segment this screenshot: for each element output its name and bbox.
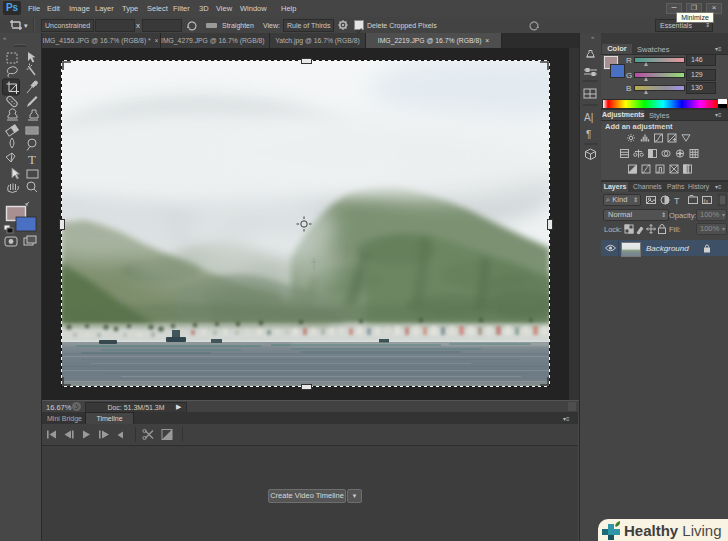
svg-text:A|: A| — [584, 112, 593, 123]
svg-text:T: T — [674, 196, 680, 206]
svg-text:fx: fx — [704, 198, 709, 204]
svg-text:¶: ¶ — [586, 129, 591, 140]
svg-text:T: T — [28, 152, 36, 167]
